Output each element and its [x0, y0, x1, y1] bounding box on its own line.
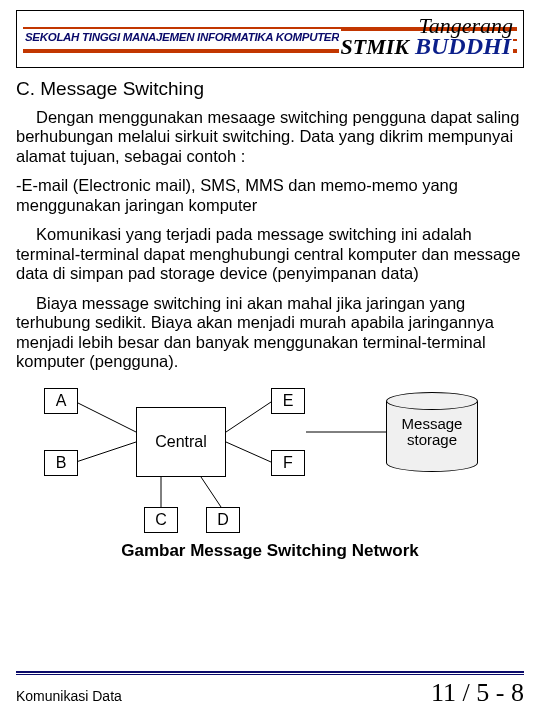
storage-label-2: storage — [407, 431, 457, 448]
footer-page-number: 11 / 5 - 8 — [431, 678, 524, 708]
svg-line-5 — [201, 477, 221, 507]
svg-line-1 — [76, 442, 136, 462]
node-central: Central — [136, 407, 226, 477]
node-f: F — [271, 450, 305, 476]
footer-rule — [16, 671, 524, 675]
main-content: C. Message Switching Dengan menggunakan … — [16, 78, 524, 561]
diagram-caption: Gambar Message Switching Network — [16, 541, 524, 561]
node-b: B — [44, 450, 78, 476]
brand-name: BUDDHI — [415, 33, 511, 60]
node-c: C — [144, 507, 178, 533]
paragraph-1: Dengan menggunakan mesaage switching pen… — [16, 108, 524, 166]
svg-line-3 — [226, 442, 271, 462]
footer-course: Komunikasi Data — [16, 688, 122, 704]
header-banner: SEKOLAH TINGGI MANAJEMEN INFORMATIKA KOM… — [16, 10, 524, 68]
node-d: D — [206, 507, 240, 533]
paragraph-4: Biaya message switching ini akan mahal j… — [16, 294, 524, 372]
node-a: A — [44, 388, 78, 414]
storage-label-1: Message — [402, 415, 463, 432]
svg-line-0 — [76, 402, 136, 432]
page-footer: Komunikasi Data 11 / 5 - 8 — [16, 667, 524, 708]
paragraph-3: Komunikasi yang terjadi pada message swi… — [16, 225, 524, 283]
network-diagram: A B Central E F C D Messagestorage — [16, 382, 506, 537]
storage-cylinder: Messagestorage — [386, 392, 478, 472]
node-e: E — [271, 388, 305, 414]
svg-line-2 — [226, 402, 271, 432]
brand-abbrev: STMIK — [341, 34, 409, 60]
section-heading: C. Message Switching — [16, 78, 524, 100]
institution-name: SEKOLAH TINGGI MANAJEMEN INFORMATIKA KOM… — [23, 29, 341, 45]
paragraph-2: -E-mail (Electronic mail), SMS, MMS dan … — [16, 176, 524, 215]
